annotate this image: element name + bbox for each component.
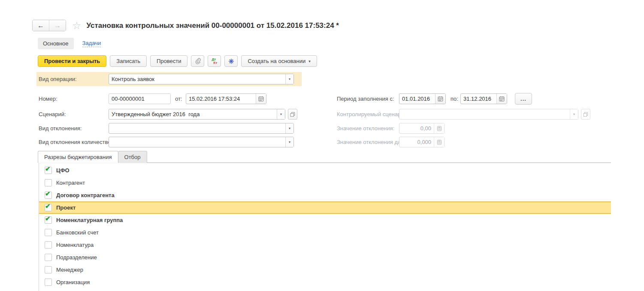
dimension-checkbox[interactable]: ✔: [45, 204, 52, 211]
operation-combobox[interactable]: ▾: [109, 74, 294, 84]
dimension-row[interactable]: ✔ Номенклатурная группа: [39, 214, 611, 226]
dt-kt-icon: ДтКт: [212, 58, 218, 65]
deviation-qty-value-input[interactable]: [399, 137, 434, 147]
deviation-kind-input[interactable]: [109, 123, 285, 133]
dimension-label: Менеджер: [56, 267, 83, 273]
post-and-close-button[interactable]: Провести и закрыть: [38, 55, 106, 67]
dimension-row[interactable]: Банковский счет: [39, 226, 611, 239]
period-label: Период заполнения с:: [337, 96, 394, 102]
deviation-value-field[interactable]: [399, 123, 444, 134]
checkmark-icon: ✔: [45, 215, 51, 222]
tab-main[interactable]: Основное: [38, 38, 74, 49]
deviation-qty-value-field[interactable]: [399, 137, 444, 147]
chevron-down-icon[interactable]: ▾: [285, 123, 293, 133]
scenario-combobox[interactable]: ▾: [109, 109, 285, 120]
document-window: ← → ☆ Установка контрольных значений 00-…: [0, 0, 644, 291]
calendar-icon[interactable]: [435, 94, 445, 104]
dimension-row[interactable]: ✔ Договор контрагента: [39, 189, 611, 201]
open-icon: [583, 112, 588, 117]
deviation-qty-kind-combobox[interactable]: ▾: [109, 137, 294, 147]
post-button[interactable]: Провести: [150, 55, 188, 67]
deviation-value-label: Значение отклонения:: [337, 125, 394, 132]
dimension-label: Организация: [56, 279, 90, 285]
attachments-button[interactable]: [191, 55, 204, 67]
chevron-down-icon[interactable]: ▾: [285, 137, 293, 147]
dimension-row[interactable]: Контрагент: [39, 177, 611, 189]
period-to-input[interactable]: [461, 94, 496, 104]
create-based-on-button[interactable]: Создать на основании ▾: [241, 55, 317, 67]
deviation-qty-kind-label: Вид отклонения количество:: [39, 139, 112, 145]
dimension-row[interactable]: Организация: [39, 276, 611, 288]
sparkle-button[interactable]: [224, 55, 238, 67]
number-input[interactable]: [109, 94, 170, 104]
dimension-row[interactable]: Менеджер: [39, 264, 611, 276]
dimension-row[interactable]: ✔ Проект: [39, 201, 611, 214]
number-field[interactable]: [109, 93, 171, 104]
dimension-label: Номенклатурная группа: [56, 217, 123, 223]
period-to-label: по:: [450, 96, 458, 102]
controlled-scenario-input[interactable]: [399, 109, 570, 119]
command-bar: Провести и закрыть Записать Провести ДтК…: [38, 55, 317, 67]
favorite-star-icon[interactable]: ☆: [72, 21, 82, 30]
chevron-down-icon[interactable]: ▾: [277, 109, 285, 119]
dimension-list: ✔ ЦФО Контрагент ✔ Договор контрагента ✔…: [39, 163, 611, 288]
period-to-field[interactable]: [460, 93, 507, 104]
header: ← → ☆ Установка контрольных значений 00-…: [32, 20, 339, 31]
dimension-label: Договор контрагента: [56, 192, 115, 198]
dimension-row[interactable]: ✔ ЦФО: [39, 164, 611, 177]
dimension-label: Проект: [56, 204, 76, 211]
deviation-qty-kind-input[interactable]: [109, 137, 285, 147]
controlled-scenario-open-button[interactable]: [581, 109, 590, 120]
calendar-icon[interactable]: [496, 94, 507, 104]
date-field[interactable]: [186, 93, 266, 104]
deviation-value-input[interactable]: [399, 123, 434, 133]
sparkle-icon: [228, 58, 234, 64]
dimension-label: ЦФО: [56, 167, 70, 174]
scenario-label: Сценарий:: [39, 111, 66, 117]
controlled-scenario-combobox[interactable]: ▾: [399, 109, 578, 120]
detail-tabs: Разрезы бюджетирования Отбор: [38, 151, 147, 163]
period-from-field[interactable]: [399, 93, 446, 104]
dimension-checkbox[interactable]: ✔: [45, 192, 52, 199]
paperclip-icon: [194, 58, 201, 64]
dimension-checkbox[interactable]: [45, 229, 52, 236]
dimension-row[interactable]: Номенклатура: [39, 239, 611, 251]
tab-budget-sections[interactable]: Разрезы бюджетирования: [38, 151, 118, 163]
operation-label: Вид операции:: [39, 76, 77, 82]
calculator-icon[interactable]: [434, 137, 444, 147]
dimension-row[interactable]: Подразделение: [39, 251, 611, 264]
scenario-input[interactable]: [109, 109, 277, 119]
budget-sections-panel: ✔ ЦФО Контрагент ✔ Договор контрагента ✔…: [39, 162, 611, 291]
history-nav: ← →: [32, 20, 66, 31]
date-input[interactable]: [186, 94, 256, 104]
dimension-checkbox[interactable]: [45, 241, 52, 249]
period-from-input[interactable]: [399, 94, 435, 104]
scenario-open-button[interactable]: [288, 109, 297, 120]
dimension-checkbox[interactable]: [45, 279, 52, 286]
section-tabs: Основное Задачи: [38, 38, 101, 49]
dimension-checkbox[interactable]: ✔: [45, 167, 52, 174]
back-icon[interactable]: ←: [33, 20, 49, 31]
controlled-scenario-label: Контролируемый сценарий:: [337, 111, 409, 117]
tab-filter[interactable]: Отбор: [118, 151, 147, 163]
dimension-label: Банковский счет: [56, 229, 99, 236]
page-title: Установка контрольных значений 00-000000…: [87, 21, 339, 30]
forward-icon[interactable]: →: [49, 20, 66, 31]
calculator-icon[interactable]: [434, 123, 444, 133]
dimension-checkbox[interactable]: [45, 254, 52, 261]
date-label: от:: [175, 96, 182, 102]
calendar-icon[interactable]: [256, 94, 266, 104]
chevron-down-icon[interactable]: ▾: [285, 74, 293, 84]
dimension-checkbox[interactable]: ✔: [45, 216, 52, 224]
dt-kt-postings-button[interactable]: ДтКт: [208, 55, 221, 67]
dimension-checkbox[interactable]: [45, 266, 52, 273]
operation-input[interactable]: [109, 74, 285, 84]
checkmark-icon: ✔: [45, 165, 51, 173]
write-button[interactable]: Записать: [110, 55, 147, 67]
dimension-checkbox[interactable]: [45, 179, 52, 186]
tab-tasks[interactable]: Задачи: [82, 40, 101, 47]
chevron-down-icon[interactable]: ▾: [570, 109, 578, 119]
deviation-kind-combobox[interactable]: ▾: [109, 123, 294, 134]
period-more-button[interactable]: ...: [515, 93, 532, 105]
chevron-down-icon: ▾: [308, 59, 311, 63]
